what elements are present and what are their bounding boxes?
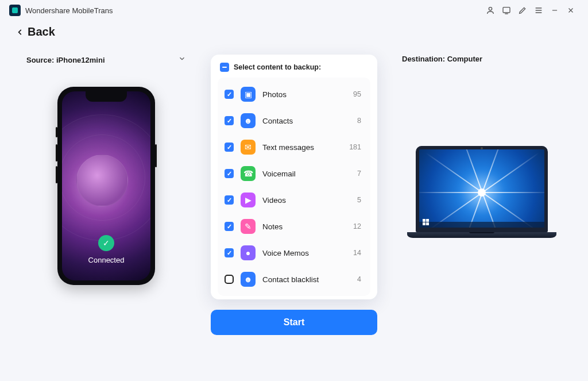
blacklist-icon: ☻ [241, 272, 256, 287]
svg-rect-1 [503, 7, 510, 13]
item-checkbox[interactable] [225, 90, 234, 99]
feedback-icon[interactable] [498, 2, 514, 18]
item-count: 4 [357, 275, 361, 283]
content-panel: Select content to backup: ▣Photos95☻Cont… [211, 55, 377, 299]
item-label: Text messages [262, 143, 342, 152]
voicemail-icon: ☎ [241, 166, 256, 181]
list-item[interactable]: ☻Contact blacklist4 [219, 266, 367, 293]
list-item[interactable]: ●Voice Memos14 [219, 240, 367, 266]
app-title: Wondershare MobileTrans [25, 6, 113, 15]
app-logo [9, 5, 21, 16]
item-label: Videos [262, 196, 350, 205]
destination-column: Destination: Computer [399, 55, 565, 238]
voicememo-icon: ● [241, 245, 256, 260]
item-label: Voicemail [262, 170, 350, 178]
start-button[interactable]: Start [211, 310, 377, 335]
item-checkbox[interactable] [225, 116, 234, 125]
item-checkbox[interactable] [225, 195, 234, 205]
list-item[interactable]: ☻Contacts8 [219, 107, 367, 134]
panel-header: Select content to backup: [234, 63, 321, 71]
item-count: 181 [349, 143, 361, 151]
item-count: 12 [353, 222, 361, 230]
account-icon[interactable] [482, 2, 498, 18]
minimize-icon[interactable] [547, 2, 563, 18]
edit-icon[interactable] [514, 2, 531, 18]
source-dropdown[interactable] [178, 55, 186, 65]
item-checkbox[interactable] [225, 275, 234, 284]
close-icon[interactable] [563, 2, 579, 18]
item-count: 14 [353, 249, 361, 257]
back-label: Back [28, 25, 55, 39]
destination-laptop [407, 146, 556, 238]
list-item[interactable]: ▶Videos5 [219, 187, 367, 213]
select-all-checkbox[interactable] [220, 63, 229, 72]
svg-point-0 [489, 7, 492, 10]
main-content: Source: iPhone12mini ✓ Connected Select … [0, 45, 588, 335]
item-count: 5 [357, 196, 361, 204]
item-checkbox[interactable] [225, 222, 234, 231]
item-label: Photos [262, 90, 346, 99]
videos-icon: ▶ [241, 193, 256, 207]
menu-icon[interactable] [531, 2, 547, 18]
item-label: Contact blacklist [262, 275, 350, 284]
windows-logo-icon [423, 219, 429, 225]
list-item[interactable]: ✉Text messages181 [219, 134, 367, 160]
destination-label: Destination: Computer [402, 55, 482, 63]
photos-icon: ▣ [241, 87, 256, 102]
item-checkbox[interactable] [225, 169, 234, 178]
contacts-icon: ☻ [241, 113, 256, 128]
item-checkbox[interactable] [225, 248, 234, 257]
content-selection-column: Select content to backup: ▣Photos95☻Cont… [201, 55, 387, 335]
source-column: Source: iPhone12mini ✓ Connected [23, 55, 189, 285]
item-count: 95 [353, 90, 361, 98]
source-label: Source: iPhone12mini [26, 56, 105, 64]
source-phone: ✓ Connected [57, 87, 155, 285]
list-item[interactable]: ☎Voicemail7 [219, 160, 367, 187]
item-count: 7 [357, 170, 361, 178]
back-button[interactable]: Back [16, 25, 55, 39]
notes-icon: ✎ [241, 219, 256, 234]
list-item[interactable]: ▣Photos95 [219, 81, 367, 107]
item-label: Voice Memos [262, 249, 346, 257]
messages-icon: ✉ [241, 140, 256, 155]
check-icon: ✓ [98, 235, 114, 251]
list-item[interactable]: ✎Notes12 [219, 213, 367, 240]
titlebar: Wondershare MobileTrans [0, 0, 588, 21]
content-list[interactable]: ▣Photos95☻Contacts8✉Text messages181☎Voi… [219, 81, 369, 296]
item-checkbox[interactable] [225, 143, 234, 152]
list-item[interactable]: ▦Calendar7 [219, 293, 367, 296]
item-count: 8 [357, 117, 361, 125]
connected-status: Connected [62, 256, 150, 264]
item-label: Contacts [262, 117, 350, 125]
item-label: Notes [262, 222, 346, 231]
